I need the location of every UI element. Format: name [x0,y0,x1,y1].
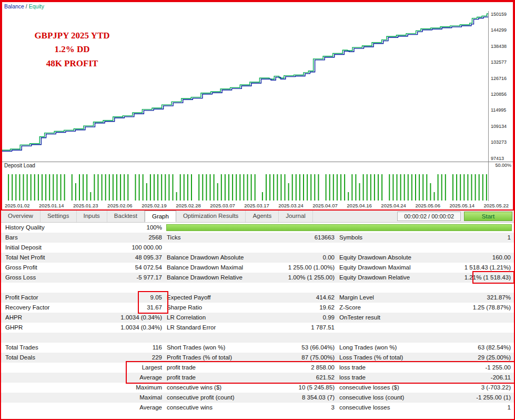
stats-cell: 63 (82.54%) [432,343,514,353]
stats-cell [1,283,85,293]
stats-cell: History Quality [1,223,85,233]
y-axis-label: 144299 [491,27,507,33]
tab-list: OverviewSettingsInputsBacktestGraphOptim… [1,211,313,222]
chart-y-axis: 1501591442991384381325771267161208561149… [488,11,513,162]
deposit-load-axis: 50.00% [488,162,513,201]
stats-cell: AHPR [1,313,85,323]
stats-row-14: Largestprofit trade2 858.00loss trade-1 … [1,363,514,373]
x-axis-label: 2025.02.28 [176,203,201,208]
tab-graph[interactable]: Graph [145,211,176,222]
stats-rows: History Quality100%Bars2568Ticks613663Sy… [1,223,514,413]
stats-row-11 [1,333,514,343]
stats-cell: 1 787.51 [263,323,338,333]
stats-cell: 0.99 [263,313,338,323]
x-axis-label: 2025.01.23 [73,203,98,208]
tabbar-right: 00:00:02 / 00:00:02 Start [397,212,514,221]
stats-cell: consecutive profit (count) [165,393,263,403]
stats-row-8: Recovery Factor31.67Sharpe Ratio19.62Z-S… [1,303,514,313]
tab-agents[interactable]: Agents [246,211,279,222]
tab-optimization-results[interactable]: Optimization Results [176,211,246,222]
stats-cell [1,373,85,383]
stats-row-3: Total Net Profit48 095.37Balance Drawdow… [1,253,514,263]
tester-tabbar: OverviewSettingsInputsBacktestGraphOptim… [1,211,514,223]
stats-cell [1,403,85,413]
x-axis-label: 2025.02.19 [142,203,167,208]
y-axis-label: 97413 [491,156,504,161]
stats-cell: Maximum [85,383,165,393]
stats-cell: 29 (25.00%) [432,353,514,363]
stats-cell: Total Trades [1,343,85,353]
stats-row-10: GHPR1.0034 (0.34%)LR Standard Error1 787… [1,323,514,333]
stats-cell [432,333,514,343]
stats-cell: 613663 [263,233,338,243]
stats-cell: 160.00 [432,253,514,263]
stats-cell: 1.25 (78.87%) [432,303,514,313]
stats-cell [85,333,165,343]
stats-cell: 1.21% (1 518.43) [432,273,514,283]
y-axis-label: 150159 [491,12,507,17]
stats-cell: 1.0034 (0.34%) [85,313,165,323]
stats-cell: Balance Drawdown Maximal [165,263,263,273]
stats-row-4: Gross Profit54 072.54Balance Drawdown Ma… [1,263,514,273]
stats-cell [263,333,338,343]
stats-row-18: Averageconsecutive wins3consecutive loss… [1,403,514,413]
chart-annotation-text: GBPJPY 2025 YTD1.2% DD48K PROFIT [22,29,122,71]
y-axis-label: 109134 [491,124,507,129]
stats-cell: 8 354.03 (7) [263,393,338,403]
stats-cell: Recovery Factor [1,303,85,313]
deposit-load-panel: Deposit Load 50.00% [2,162,513,201]
stats-cell: Sharpe Ratio [165,303,263,313]
y-axis-label: 132577 [491,59,507,65]
x-axis-label: 2025.03.24 [278,203,304,208]
stats-cell [263,283,338,293]
y-axis-label: 103273 [491,139,507,145]
stats-cell: profit trade [165,363,263,373]
stats-cell: Average [85,403,165,413]
stats-cell: Symbols [338,233,432,243]
stats-cell: Long Trades (won %) [338,343,432,353]
tab-overview[interactable]: Overview [1,211,41,222]
stats-cell: Balance Drawdown Absolute [165,253,263,263]
stats-cell: 621.52 [263,373,338,383]
legend-balance-label: Balance [4,3,24,9]
stats-cell: 414.62 [263,293,338,303]
stats-cell: profit trade [165,373,263,383]
stats-cell: Loss Trades (% of total) [338,353,432,363]
tab-backtest[interactable]: Backtest [107,211,145,222]
stats-cell: 2568 [85,233,165,243]
stats-cell [1,383,85,393]
stats-cell [165,243,263,253]
history-quality-bar [166,224,512,231]
stats-cell: 1.0034 (0.34%) [85,323,165,333]
x-axis-label: 2025.04.07 [312,203,338,208]
stats-cell: 10 (5 245.85) [263,383,338,393]
x-axis-label: 2025.05.22 [483,203,509,208]
stats-row-0: History Quality100% [1,223,514,233]
stats-cell: Total Net Profit [1,253,85,263]
stats-cell: 1 [432,403,514,413]
start-button[interactable]: Start [464,212,512,221]
stats-cell: Gross Loss [1,273,85,283]
stats-cell: Balance Drawdown Relative [165,273,263,283]
tab-settings[interactable]: Settings [41,211,77,222]
stats-cell: OnTester result [338,313,432,323]
legend-separator: / [24,3,29,9]
stats-cell: Equity Drawdown Absolute [338,253,432,263]
stats-cell [263,243,338,253]
tab-inputs[interactable]: Inputs [77,211,107,222]
stats-cell: Equity Drawdown Relative [338,273,432,283]
stats-cell: Maximal [85,393,165,403]
stats-cell [338,243,432,253]
stats-cell [1,363,85,373]
annotation-line: 1.2% DD [22,43,122,56]
x-axis-label: 2025.05.14 [449,203,474,208]
tab-journal[interactable]: Journal [279,211,313,222]
elapsed-time: 00:00:02 / 00:00:02 [397,212,461,221]
y-axis-label: 138438 [491,44,507,49]
stats-cell: -206.11 [432,373,514,383]
stats-cell: 321.87% [432,293,514,303]
stats-cell: Z-Score [338,303,432,313]
annotation-line: 48K PROFIT [22,57,122,71]
stats-cell: 87 (75.00%) [263,353,338,363]
stats-row-9: AHPR1.0034 (0.34%)LR Correlation0.99OnTe… [1,313,514,323]
